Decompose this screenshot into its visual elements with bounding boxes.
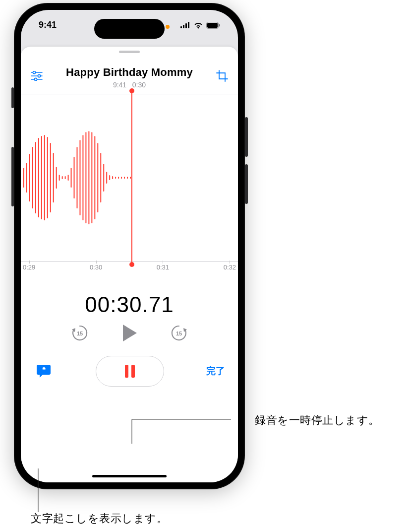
waveform xyxy=(21,94,238,262)
pause-recording-button[interactable] xyxy=(96,356,164,387)
status-time: 9:41 xyxy=(39,20,57,30)
play-button[interactable] xyxy=(118,322,140,344)
callout-text: 文字起こしを表示します。 xyxy=(31,512,168,525)
svg-rect-2 xyxy=(185,23,187,28)
recording-sheet: Happy Birthday Mommy 9:41 0:30 xyxy=(21,47,238,482)
volume-up-button-hw xyxy=(245,117,248,157)
volume-down-button-hw xyxy=(245,164,248,204)
skip-forward-icon: 15 xyxy=(169,323,189,343)
svg-marker-52 xyxy=(123,325,137,341)
svg-rect-6 xyxy=(219,24,220,26)
crop-icon xyxy=(216,70,228,82)
meta-duration: 0:30 xyxy=(132,81,146,89)
cellular-icon xyxy=(180,22,190,28)
svg-text:15: 15 xyxy=(176,331,182,336)
pause-icon xyxy=(125,365,128,378)
svg-rect-3 xyxy=(188,22,189,28)
meta-recorded-at: 9:41 xyxy=(113,81,126,89)
svg-rect-5 xyxy=(207,23,218,28)
wifi-icon xyxy=(193,22,203,29)
settings-button[interactable] xyxy=(30,69,44,83)
svg-text:15: 15 xyxy=(77,331,83,336)
playback-controls: 15 15 xyxy=(21,322,238,344)
screen: 9:41 Happy Birthday Mommy 9:41 0:30 xyxy=(21,10,238,482)
transcribe-button[interactable]: ❝ xyxy=(34,361,54,381)
speech-bubble-quote-icon: ❝ xyxy=(36,364,52,379)
svg-rect-0 xyxy=(180,26,182,28)
skip-back-15-button[interactable]: 15 xyxy=(69,322,91,344)
svg-point-12 xyxy=(34,78,37,80)
tick-label: 0:32 xyxy=(224,264,236,282)
tick-label: 0:31 xyxy=(157,264,169,282)
callout-leader-line xyxy=(38,468,39,512)
elapsed-timer: 00:30.71 xyxy=(21,292,238,317)
sheet-grabber[interactable] xyxy=(119,51,140,53)
battery-icon xyxy=(206,22,220,29)
playhead[interactable] xyxy=(131,91,132,265)
callout-text: 録音を一時停止します。 xyxy=(255,414,380,426)
silence-switch-hw xyxy=(11,87,14,108)
waveform-area[interactable]: 0:29 0:30 0:31 0:32 xyxy=(21,94,238,282)
skip-back-icon: 15 xyxy=(70,323,90,343)
tick-label: 0:29 xyxy=(23,264,35,282)
svg-point-8 xyxy=(33,71,35,73)
skip-forward-15-button[interactable]: 15 xyxy=(168,322,190,344)
recording-title[interactable]: Happy Birthday Mommy xyxy=(44,66,215,79)
dynamic-island xyxy=(94,19,165,39)
microphone-indicator-icon xyxy=(166,25,170,29)
power-button-hw xyxy=(11,147,14,206)
phone-frame: 9:41 Happy Birthday Mommy 9:41 0:30 xyxy=(14,3,245,489)
trim-button[interactable] xyxy=(215,69,229,83)
tick-label: 0:30 xyxy=(90,264,102,282)
sheet-header: Happy Birthday Mommy 9:41 0:30 xyxy=(21,56,238,94)
recording-meta: 9:41 0:30 xyxy=(44,81,215,89)
callout-leader-line xyxy=(117,419,231,445)
svg-point-10 xyxy=(38,74,40,77)
done-button[interactable]: 完了 xyxy=(206,365,225,378)
callout-transcribe: 文字起こしを表示します。 xyxy=(31,511,168,526)
play-icon xyxy=(121,324,138,342)
svg-rect-1 xyxy=(183,25,184,28)
sliders-icon xyxy=(31,71,43,81)
callout-pause: 録音を一時停止します。 xyxy=(255,413,380,428)
pause-icon xyxy=(131,365,135,378)
bottom-actions: ❝ 完了 xyxy=(21,356,238,399)
status-right xyxy=(180,20,220,30)
svg-text:❝: ❝ xyxy=(42,366,46,373)
home-indicator[interactable] xyxy=(92,475,167,477)
